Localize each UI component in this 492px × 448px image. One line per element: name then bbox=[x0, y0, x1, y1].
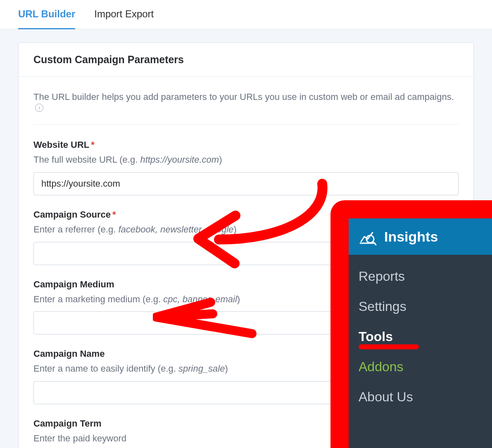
hint-before: Enter a marketing medium (e.g. bbox=[33, 294, 163, 304]
sidebar: Insights Reports Settings Tools Addons A… bbox=[349, 218, 492, 448]
hint-em: spring_sale bbox=[178, 363, 225, 374]
sidebar-item-settings[interactable]: Settings bbox=[349, 292, 492, 322]
hint-before: Enter a name to easily identify (e.g. bbox=[33, 363, 178, 374]
hint-website-url: The full website URL (e.g. https://yours… bbox=[33, 154, 459, 166]
card-description: The URL builder helps you add parameters… bbox=[33, 92, 454, 102]
sidebar-header[interactable]: Insights bbox=[349, 218, 492, 255]
tab-import-export[interactable]: Import Export bbox=[94, 0, 154, 29]
hint-after: ) bbox=[225, 363, 228, 374]
insights-icon bbox=[359, 228, 377, 246]
info-icon[interactable]: i bbox=[35, 104, 43, 112]
divider bbox=[33, 124, 459, 125]
hint-plain: Enter the paid keyword bbox=[33, 433, 126, 443]
label-text: Campaign Source bbox=[33, 209, 111, 220]
annotation-underline bbox=[359, 344, 419, 349]
label-website-url: Website URL* bbox=[33, 140, 459, 150]
hint-before: Enter a referrer (e.g. bbox=[33, 224, 118, 235]
sidebar-item-about-us[interactable]: About Us bbox=[349, 382, 492, 412]
required-marker: * bbox=[112, 209, 116, 220]
sidebar-item-label: Tools bbox=[359, 329, 393, 344]
sidebar-header-title: Insights bbox=[384, 229, 438, 245]
hint-em: cpc, banner, email bbox=[163, 294, 237, 304]
annotation-sidebar-frame: Insights Reports Settings Tools Addons A… bbox=[330, 200, 492, 448]
card-header: Custom Campaign Parameters bbox=[19, 43, 473, 77]
label-text: Campaign Medium bbox=[33, 279, 114, 289]
hint-em: facebook, newsletter, google bbox=[118, 224, 233, 235]
hint-after: ) bbox=[237, 294, 240, 304]
input-website-url[interactable] bbox=[33, 172, 459, 195]
hint-em: https://yoursite.com bbox=[140, 154, 219, 165]
hint-after: ) bbox=[219, 154, 222, 165]
label-text: Campaign Term bbox=[33, 418, 102, 429]
sidebar-item-tools[interactable]: Tools bbox=[349, 322, 492, 352]
card-title: Custom Campaign Parameters bbox=[33, 54, 459, 66]
sidebar-item-addons[interactable]: Addons bbox=[349, 352, 492, 382]
hint-after: ) bbox=[233, 224, 236, 235]
hint-before: The full website URL (e.g. bbox=[33, 154, 140, 165]
required-marker: * bbox=[91, 140, 95, 150]
sidebar-item-reports[interactable]: Reports bbox=[349, 255, 492, 292]
tab-url-builder[interactable]: URL Builder bbox=[18, 0, 75, 29]
field-website-url: Website URL* The full website URL (e.g. … bbox=[33, 140, 459, 195]
label-text: Website URL bbox=[33, 140, 89, 150]
tabs-bar: URL Builder Import Export bbox=[0, 0, 492, 29]
label-text: Campaign Name bbox=[33, 348, 105, 359]
